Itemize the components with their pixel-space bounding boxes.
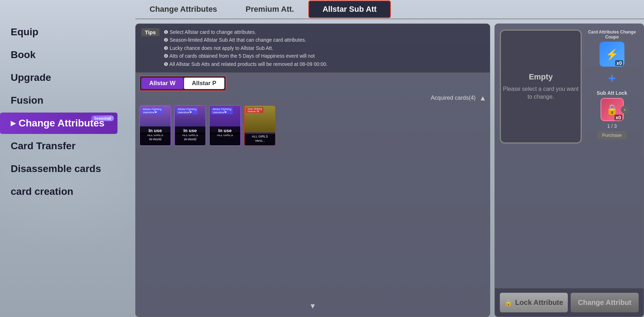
tips-text: ❶ Select Allstar card to change attribut… (164, 28, 328, 68)
tab-premium-att[interactable]: Premium Att. (231, 0, 308, 19)
change-attribute-button[interactable]: Change Attribut (571, 293, 639, 312)
sidebar-item-disassemble-cards[interactable]: Disassemble cards (0, 158, 117, 180)
chevron-right-button[interactable]: › (621, 106, 629, 114)
card-item[interactable]: Allstar FightingValentine❤ In use ALL GI… (139, 105, 171, 146)
lock-count: x0 (614, 115, 622, 120)
sidebar-item-change-attributes[interactable]: Change Attributes Seasonal (0, 113, 117, 134)
sidebar-item-upgrade[interactable]: Upgrade (0, 67, 117, 88)
main-content: Change Attributes Premium Att. Allstar S… (135, 0, 644, 317)
sub-tab-allstar-w[interactable]: Allstar W (141, 78, 183, 89)
card-in-use-label: In use (175, 126, 205, 135)
sidebar-item-card-creation[interactable]: card creation (0, 181, 117, 202)
cards-area: Acquired cards(4) ▲ Allstar FightingVale… (136, 91, 490, 317)
right-main-row: Empty Please select a card you want to c… (495, 24, 644, 288)
tab-change-attributes[interactable]: Change Attributes (135, 0, 231, 19)
right-panel: Empty Please select a card you want to c… (494, 24, 644, 317)
sidebar-item-label: Book (11, 49, 36, 61)
top-tabs: Change Attributes Premium Att. Allstar S… (135, 0, 644, 19)
tips-label: Tips (141, 28, 159, 36)
plus-sign: + (608, 71, 616, 86)
content-row: Tips ❶ Select Allstar card to change att… (135, 19, 644, 317)
scroll-up-button[interactable]: ▲ (479, 94, 486, 102)
card-in-use-label: In use (140, 126, 171, 135)
sidebar-item-label: Card Transfer (11, 140, 75, 152)
sidebar-item-book[interactable]: Book (0, 44, 117, 66)
sidebar-item-fusion[interactable]: Fusion (0, 90, 117, 111)
seasonal-badge: Seasonal (91, 115, 114, 121)
empty-text: Empty (529, 72, 553, 82)
card-label: Allstar FightingValentine❤ (176, 107, 198, 114)
sub-tabs: Allstar W Allstar P (139, 76, 226, 91)
sub-tab-allstar-p[interactable]: Allstar P (184, 78, 224, 89)
sub-tabs-wrapper: Allstar W Allstar P (136, 73, 490, 91)
sidebar-item-label: Upgrade (11, 72, 51, 83)
lock-section-label: Sub Att Lock (597, 90, 627, 96)
sidebar: Equip Book Upgrade Fusion Change Attribu… (0, 0, 117, 317)
card-label: Allstar FightingValentine❤ (141, 107, 163, 114)
bottom-buttons: Lock Attribute Change Attribut (495, 288, 644, 317)
coupon-count: x0 (615, 60, 623, 66)
card-item[interactable]: Allstar FightingValentine❤ In use ALL GI… (174, 105, 206, 146)
sidebar-item-label: Disassemble cards (11, 163, 101, 175)
lock-section: Sub Att Lock x0 › 1 / 3 Purchase (597, 90, 627, 139)
sidebar-item-label: Fusion (11, 95, 43, 106)
card-in-use-label: In use (210, 126, 240, 135)
cards-grid: Allstar FightingValentine❤ In use ALL GI… (139, 104, 486, 147)
tips-section: Tips ❶ Select Allstar card to change att… (136, 24, 490, 73)
tab-allstar-sub-att[interactable]: Allstar Sub Att (308, 0, 391, 18)
card-label: Allstar FightingValentine❤ (211, 107, 233, 114)
select-hint: Please select a card you want to change. (501, 85, 581, 101)
card-item[interactable]: Gear StrikingSeason 06 ALL GIRLSVersi... (244, 105, 276, 146)
right-side-items: Card Attributes Change Coupo x0 + Sub At… (585, 30, 639, 139)
card-image: Gear StrikingSeason 06 (245, 106, 275, 132)
sidebar-item-label: card creation (11, 186, 73, 197)
scroll-down-button[interactable]: ▼ (139, 299, 486, 313)
card-name: ALL GIRLSVersi... (245, 134, 275, 146)
coupon-label: Card Attributes Change Coupo (585, 30, 639, 40)
card-slot: Empty Please select a card you want to c… (500, 30, 582, 144)
card-label: Gear StrikingSeason 06 (246, 107, 263, 113)
purchase-button[interactable]: Purchase (597, 131, 627, 139)
sidebar-item-equip[interactable]: Equip (0, 21, 117, 43)
sidebar-item-label: Equip (11, 26, 38, 38)
sidebar-item-card-transfer[interactable]: Card Transfer (0, 135, 117, 157)
lock-attribute-button[interactable]: Lock Attribute (500, 293, 568, 312)
card-item[interactable]: Allstar FightingValentine❤ In use ALL GI… (209, 105, 241, 146)
coupon-section: Card Attributes Change Coupo x0 (585, 30, 639, 67)
lock-pagination: 1 / 3 (607, 123, 617, 129)
cards-header: Acquired cards(4) ▲ (139, 91, 486, 104)
left-panel: Tips ❶ Select Allstar card to change att… (135, 24, 490, 317)
